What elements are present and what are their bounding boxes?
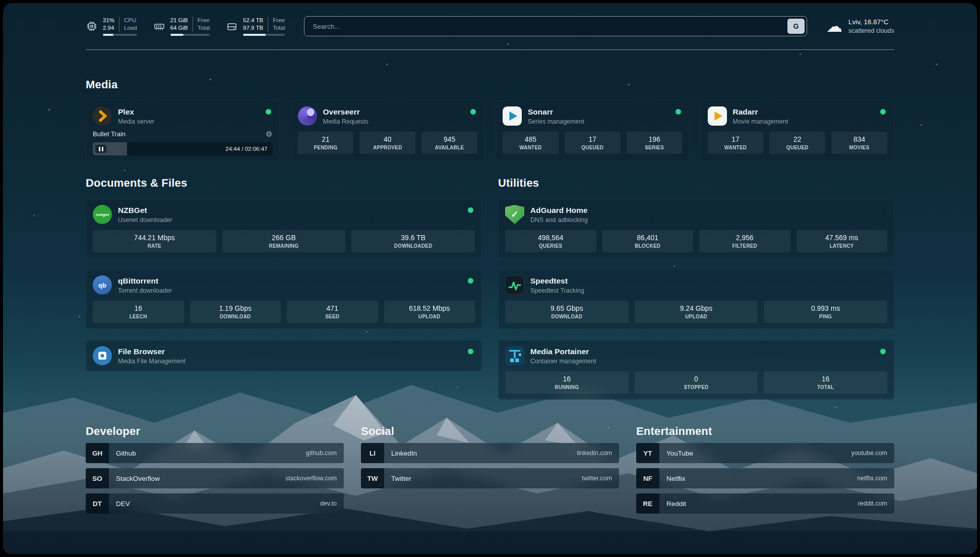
- service-card-overseerr[interactable]: OverseerrMedia Requests21PENDING40APPROV…: [291, 100, 485, 161]
- service-card-nzbget[interactable]: nzbgetNZBGetUsenet downloader744.21 Mbps…: [86, 199, 482, 258]
- stat-label: SERIES: [629, 145, 681, 150]
- bookmark-stackoverflow[interactable]: SOStackOverflowstackoverflow.com: [86, 468, 344, 488]
- service-card-header: PlexMedia server: [93, 106, 273, 126]
- stat-box-available: 945AVAILABLE: [421, 132, 477, 154]
- filebrowser-icon: [93, 346, 112, 365]
- bookmark-twitter[interactable]: TWTwittertwitter.com: [361, 468, 619, 488]
- bookmark-group-entertainment: EntertainmentYTYouTubeyoutube.comNFNetfl…: [636, 425, 894, 514]
- disk-total-label: Total: [273, 24, 285, 32]
- bookmark-abbr: GH: [86, 443, 109, 463]
- bookmark-linkedin[interactable]: LILinkedInlinkedin.com: [361, 443, 619, 463]
- stat-value: 1.19 Gbps: [192, 304, 279, 313]
- stat-value: 9.24 Gbps: [637, 304, 756, 313]
- service-card-portainer[interactable]: Media PortainerContainer management16RUN…: [498, 340, 894, 400]
- stat-value: 485: [505, 135, 557, 144]
- service-card-plex[interactable]: PlexMedia serverBullet Train⚙24:44 / 02:…: [86, 100, 280, 161]
- playback-progress-bar[interactable]: 24:44 / 02:06:47: [93, 142, 273, 155]
- memory-readout: 21 GiB 64 GiB Free Total: [170, 17, 210, 36]
- service-titles: File BrowserMedia File Management: [118, 347, 186, 365]
- bookmark-name: DEV: [109, 493, 320, 514]
- stat-box-downloaded: 39.6 TBDOWNLOADED: [351, 230, 475, 252]
- search-provider-button[interactable]: G: [787, 19, 805, 34]
- stat-value: 945: [423, 135, 475, 144]
- disk-progress-fill: [243, 34, 266, 36]
- disk-progress-track: [243, 34, 285, 36]
- memory-free: 21 GiB: [170, 17, 188, 24]
- bookmark-abbr: LI: [361, 443, 384, 463]
- service-titles: SonarrSeries management: [528, 107, 584, 125]
- service-card-header: SpeedtestSpeedtest Tracking: [505, 275, 887, 295]
- bookmark-youtube[interactable]: YTYouTubeyoutube.com: [636, 443, 894, 463]
- header-divider: [86, 49, 894, 50]
- service-card-sonarr[interactable]: SonarrSeries management485WANTED17QUEUED…: [496, 100, 690, 161]
- search-bar: G: [304, 16, 807, 36]
- bookmark-domain: stackoverflow.com: [285, 468, 344, 488]
- service-card-header: nzbgetNZBGetUsenet downloader: [93, 205, 475, 224]
- bookmark-group-social: SocialLILinkedInlinkedin.comTWTwittertwi…: [361, 425, 619, 514]
- service-card-adguard[interactable]: ✓AdGuard HomeDNS and adblocking498,564QU…: [498, 199, 894, 258]
- plex-icon: [93, 106, 112, 126]
- stat-box-queries: 498,564QUERIES: [505, 230, 596, 252]
- service-card-speedtest[interactable]: SpeedtestSpeedtest Tracking9.65 GbpsDOWN…: [498, 269, 894, 329]
- bookmark-abbr: TW: [361, 468, 384, 488]
- bookmarks-section: DeveloperGHGithubgithub.comSOStackOverfl…: [86, 425, 894, 544]
- stat-box-approved: 40APPROVED: [359, 132, 415, 154]
- service-card-radarr[interactable]: RadarrMovie management17WANTED22QUEUED83…: [701, 100, 895, 161]
- weather-widget[interactable]: ☁ Lviv, 16.87°C scattered clouds: [826, 18, 894, 34]
- overseerr-icon: [298, 106, 317, 126]
- stat-label: RATE: [95, 243, 214, 249]
- stat-label: STOPPED: [637, 384, 756, 390]
- status-online-dot: [468, 207, 473, 213]
- stat-value: 16: [766, 374, 885, 383]
- top-bar: 31% 2.94 CPU Load: [86, 16, 894, 36]
- bookmark-group-title: Developer: [86, 425, 344, 438]
- disk-readout: 52.4 TB 97.9 TB Free Total: [243, 17, 285, 36]
- service-card-header: SonarrSeries management: [503, 106, 683, 126]
- stat-box-movies: 834MOVIES: [831, 132, 887, 154]
- bookmark-abbr: RE: [636, 493, 659, 514]
- bookmark-abbr: NF: [636, 468, 659, 488]
- stat-label: PENDING: [300, 145, 352, 150]
- pause-button[interactable]: [95, 145, 106, 153]
- search-input[interactable]: [304, 16, 807, 36]
- status-online-dot: [676, 109, 681, 115]
- section-title-utilities: Utilities: [498, 177, 894, 190]
- service-card-qbittorrent[interactable]: qbqBittorrentTorrent downloader16LEECH1.…: [86, 269, 482, 329]
- cpu-loadavg: 2.94: [103, 24, 114, 32]
- stat-label: LATENCY: [799, 243, 886, 249]
- gear-icon[interactable]: ⚙: [266, 130, 272, 138]
- bookmark-name: LinkedIn: [384, 443, 577, 463]
- disk-free: 52.4 TB: [243, 17, 263, 24]
- bookmark-domain: dev.to: [320, 493, 344, 514]
- status-online-dot: [266, 109, 271, 115]
- stat-label: QUEUED: [567, 145, 619, 150]
- bookmark-name: StackOverflow: [109, 468, 285, 488]
- stat-box-wanted: 485WANTED: [503, 132, 559, 154]
- bookmark-reddit[interactable]: RERedditreddit.com: [636, 493, 894, 514]
- service-card-header: Media PortainerContainer management: [505, 346, 887, 365]
- two-column-sections: Documents & Files nzbgetNZBGetUsenet dow…: [86, 177, 894, 400]
- bookmark-dev[interactable]: DTDEVdev.to: [86, 493, 344, 514]
- bookmark-domain: twitter.com: [582, 468, 619, 488]
- service-stats-row: 498,564QUERIES86,401BLOCKED2,956FILTERED…: [505, 230, 887, 252]
- service-description: Series management: [528, 118, 584, 125]
- service-titles: OverseerrMedia Requests: [323, 107, 369, 125]
- bookmark-github[interactable]: GHGithubgithub.com: [86, 443, 344, 463]
- cloud-icon: ☁: [826, 18, 842, 34]
- disk-icon: [226, 20, 238, 32]
- service-name: Overseerr: [323, 107, 369, 117]
- status-online-dot: [468, 349, 473, 354]
- stat-value: 17: [710, 135, 762, 144]
- stat-label: TOTAL: [766, 384, 885, 390]
- service-name: Media Portainer: [530, 347, 596, 356]
- service-card-header: ✓AdGuard HomeDNS and adblocking: [505, 205, 887, 224]
- stat-box-seed: 471SEED: [287, 301, 378, 323]
- bookmark-netflix[interactable]: NFNetflixnetflix.com: [636, 468, 894, 488]
- service-card-filebrowser[interactable]: File BrowserMedia File Management: [86, 340, 482, 371]
- stat-box-latency: 47.569 msLATENCY: [797, 230, 888, 252]
- service-description: DNS and adblocking: [530, 216, 588, 224]
- service-name: File Browser: [118, 347, 186, 356]
- section-title-documents: Documents & Files: [86, 177, 482, 190]
- stat-box-pending: 21PENDING: [298, 132, 354, 154]
- stat-value: 22: [771, 135, 823, 144]
